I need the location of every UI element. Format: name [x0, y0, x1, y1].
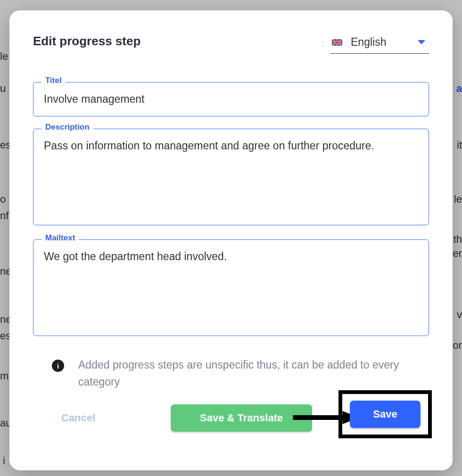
edit-progress-step-modal: Edit progress step English Titel Descrip… — [9, 10, 453, 470]
uk-flag-icon — [332, 39, 342, 46]
save-button[interactable]: Save — [350, 401, 421, 428]
info-row: i Added progress steps are unspecific th… — [33, 350, 429, 390]
mailtext-field-group: Mailtext — [33, 239, 429, 338]
description-label: Description — [41, 123, 93, 132]
titel-input[interactable] — [33, 82, 429, 116]
save-and-translate-button[interactable]: Save & Translate — [171, 404, 312, 432]
button-row: Cancel Save & Translate Save — [33, 404, 429, 432]
mailtext-label: Mailtext — [41, 233, 79, 243]
modal-header: Edit progress step English — [33, 34, 429, 54]
caret-down-icon — [418, 40, 425, 44]
description-field-group: Description — [33, 129, 429, 227]
cancel-button[interactable]: Cancel — [61, 404, 109, 432]
info-text: Added progress steps are unspecific thus… — [78, 357, 429, 390]
titel-field-group: Titel — [33, 82, 429, 116]
language-select[interactable]: English — [330, 34, 429, 54]
titel-label: Titel — [41, 76, 66, 85]
language-label: English — [351, 36, 409, 49]
description-textarea[interactable] — [33, 129, 429, 225]
svg-rect-4 — [332, 41, 342, 42]
info-icon: i — [52, 360, 64, 372]
mailtext-textarea[interactable] — [33, 239, 429, 336]
modal-title: Edit progress step — [33, 34, 140, 49]
annotation-highlight-box: Save — [338, 390, 432, 438]
